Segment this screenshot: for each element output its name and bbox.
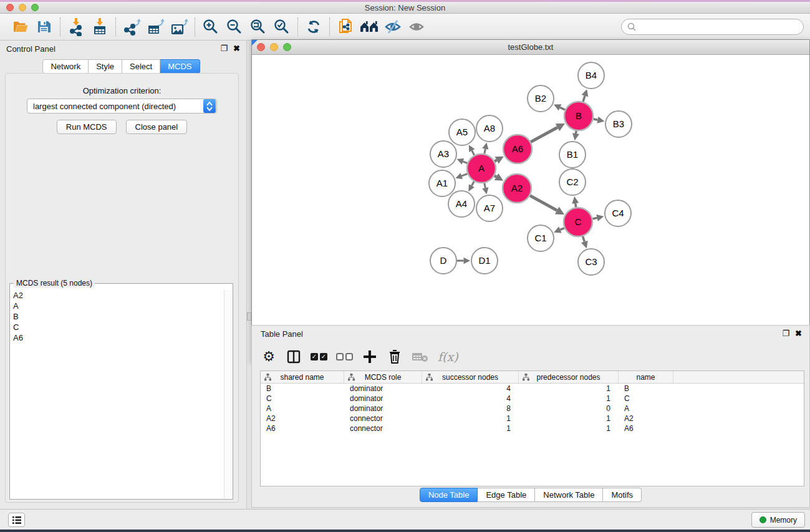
zoom-selected-icon[interactable] — [270, 16, 294, 38]
column-header-MCDS-role[interactable]: MCDS role — [344, 371, 422, 383]
table-options-gear-icon[interactable]: ⚙ — [261, 347, 277, 367]
graph-edge-A-A6[interactable] — [494, 160, 497, 162]
graph-edge-A-A7[interactable] — [485, 183, 486, 188]
search-box[interactable] — [621, 19, 804, 35]
zoom-fit-icon[interactable] — [246, 16, 270, 38]
table-cell[interactable]: C — [261, 394, 344, 403]
import-network-icon[interactable] — [64, 16, 88, 38]
table-cell[interactable]: C — [619, 394, 673, 403]
table-cell[interactable]: A6 — [619, 424, 673, 433]
result-scrollbar[interactable] — [224, 290, 233, 498]
result-item[interactable]: A — [11, 301, 223, 311]
table-cell[interactable]: 1 — [422, 424, 519, 433]
graph-edge-A-A1[interactable] — [461, 174, 467, 177]
open-session-icon[interactable] — [9, 16, 32, 38]
memory-button[interactable]: Memory — [751, 512, 805, 528]
tab-edge-table[interactable]: Edge Table — [478, 488, 535, 502]
graph-edge-A-A5[interactable] — [472, 151, 475, 155]
vertical-scrollbar-thumb[interactable] — [247, 312, 251, 321]
table-cell[interactable]: B — [261, 384, 344, 393]
tab-motifs[interactable]: Motifs — [603, 488, 642, 502]
task-history-button[interactable] — [8, 513, 25, 527]
table-cell[interactable]: 1 — [519, 384, 619, 393]
save-session-icon[interactable] — [32, 16, 56, 38]
hide-panel-eye-icon[interactable] — [381, 16, 405, 38]
graph-edge-A-A8[interactable] — [485, 149, 486, 154]
table-cell[interactable]: 4 — [422, 394, 519, 403]
table-row[interactable]: Cdominator41C — [261, 394, 804, 404]
column-header-predecessor-nodes[interactable]: predecessor nodes — [519, 371, 619, 383]
table-cell[interactable]: 0 — [519, 404, 619, 413]
show-panel-eye-icon[interactable] — [405, 16, 428, 38]
run-mcds-button[interactable]: Run MCDS — [57, 120, 117, 134]
table-cell[interactable]: 8 — [422, 404, 519, 413]
network-zoom-button[interactable] — [283, 43, 291, 51]
result-item[interactable]: B — [11, 311, 223, 322]
import-table-icon[interactable] — [88, 16, 112, 38]
close-window-button[interactable] — [6, 4, 14, 11]
table-cell[interactable]: dominator — [344, 404, 422, 413]
graph-edge-A-A4[interactable] — [471, 181, 474, 186]
float-panel-icon[interactable]: ❐ — [220, 44, 228, 53]
table-row[interactable]: Adominator80A — [261, 404, 804, 414]
table-cell[interactable]: 1 — [519, 394, 619, 403]
show-column-icon[interactable] — [286, 347, 302, 367]
table-cell[interactable]: A — [261, 404, 344, 413]
export-image-icon[interactable] — [167, 16, 191, 38]
float-table-panel-icon[interactable]: ❐ — [782, 329, 789, 338]
close-panel-icon[interactable]: ✖ — [233, 44, 240, 53]
tab-network-table[interactable]: Network Table — [535, 488, 603, 502]
graph-edge-B-B1[interactable] — [576, 131, 576, 133]
table-row[interactable]: Bdominator41B — [261, 384, 804, 394]
graph-edge-C-C3[interactable] — [582, 236, 584, 242]
table-cell[interactable]: 4 — [422, 384, 519, 393]
table-cell[interactable]: connector — [344, 424, 422, 433]
deselect-all-checkboxes-icon[interactable] — [336, 347, 353, 367]
graph-edge-C-C4[interactable] — [592, 218, 597, 219]
export-table-icon[interactable] — [143, 16, 167, 38]
refresh-icon[interactable] — [302, 16, 325, 38]
column-header-name[interactable]: name — [619, 371, 673, 383]
tab-network[interactable]: Network — [42, 59, 89, 74]
table-cell[interactable]: dominator — [344, 394, 422, 403]
graph-edge-B-B4[interactable] — [583, 96, 585, 102]
result-item[interactable]: A6 — [11, 332, 223, 343]
first-neighbors-icon[interactable] — [357, 16, 381, 38]
table-row[interactable]: A2connector11A2 — [261, 414, 804, 423]
create-column-icon[interactable] — [362, 347, 378, 367]
table-cell[interactable]: A2 — [261, 414, 344, 423]
tab-select[interactable]: Select — [122, 59, 160, 74]
zoom-out-icon[interactable] — [223, 16, 246, 38]
network-close-button[interactable] — [257, 43, 265, 51]
network-window-titlebar[interactable]: testGlobe.txt — [252, 40, 809, 55]
result-item[interactable]: C — [11, 322, 223, 332]
minimize-window-button[interactable] — [19, 4, 26, 11]
select-all-checkboxes-icon[interactable]: ✓✓ — [311, 347, 327, 367]
tab-style[interactable]: Style — [89, 59, 122, 74]
graph-edge-C-C1[interactable] — [560, 228, 564, 230]
table-cell[interactable]: A2 — [619, 414, 673, 423]
table-cell[interactable]: A — [619, 404, 673, 413]
column-header-shared-name[interactable]: shared name — [261, 371, 344, 383]
table-cell[interactable]: 1 — [519, 424, 619, 433]
graph-edge-A-A2[interactable] — [494, 176, 496, 177]
graph-edge-B-B2[interactable] — [560, 107, 565, 110]
graph-edge-B-B3[interactable] — [594, 119, 598, 120]
table-cell[interactable]: connector — [344, 414, 422, 423]
table-cell[interactable]: 1 — [422, 414, 519, 423]
zoom-window-button[interactable] — [31, 4, 39, 11]
table-cell[interactable]: A6 — [261, 424, 344, 433]
graph-edge-A-A3[interactable] — [463, 162, 467, 163]
graph-edge-A6-B[interactable] — [531, 127, 557, 142]
search-input[interactable] — [637, 21, 803, 33]
table-cell[interactable]: dominator — [344, 384, 422, 393]
table-row[interactable]: A6connector11A6 — [261, 423, 804, 433]
tab-node-table[interactable]: Node Table — [420, 488, 478, 502]
tab-mcds[interactable]: MCDS — [160, 59, 200, 74]
criterion-dropdown[interactable]: largest connected component (directed) — [27, 99, 217, 114]
result-item[interactable]: A2 — [11, 290, 223, 301]
graph-edge-A2-C[interactable] — [530, 196, 557, 211]
delete-columns-icon[interactable] — [387, 347, 403, 367]
export-network-icon[interactable] — [120, 16, 143, 38]
close-table-panel-icon[interactable]: ✖ — [795, 329, 802, 338]
